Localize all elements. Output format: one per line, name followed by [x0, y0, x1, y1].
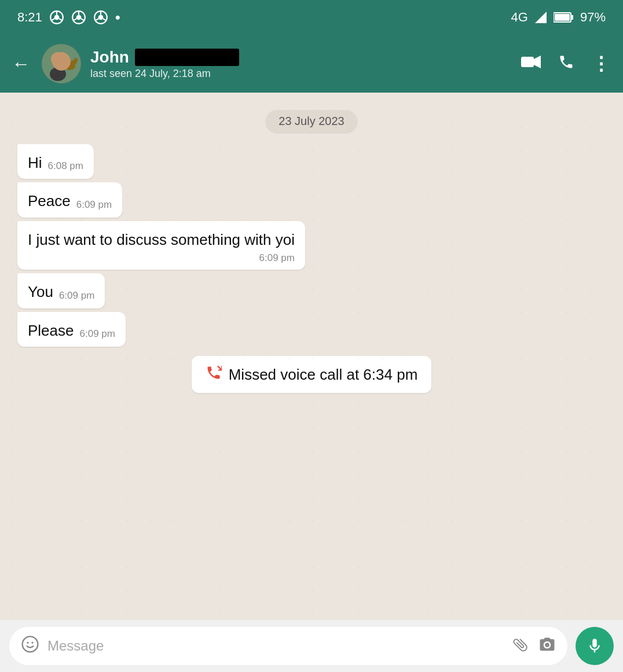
- emoji-icon: [21, 635, 39, 653]
- svg-line-14: [95, 19, 98, 20]
- message-row: You 6:09 pm: [17, 273, 606, 308]
- chrome-icon-2: [71, 10, 86, 25]
- svg-rect-25: [521, 57, 534, 67]
- video-call-button[interactable]: [521, 54, 541, 73]
- message-time: 6:09 pm: [80, 328, 115, 340]
- mic-icon: [586, 637, 603, 655]
- status-time: 8:21: [17, 10, 42, 25]
- name-redacted: [135, 49, 239, 66]
- status-right: 4G 97%: [511, 10, 606, 25]
- missed-call-text: Missed voice call at 6:34 pm: [229, 364, 418, 385]
- status-left: 8:21 •: [17, 9, 120, 27]
- camera-button[interactable]: [538, 636, 556, 656]
- message-time: 6:09 pm: [76, 199, 112, 211]
- battery-icon: [554, 12, 574, 23]
- svg-point-31: [545, 642, 549, 647]
- message-text: Hi: [28, 152, 42, 173]
- message-input-wrapper: Message: [9, 627, 567, 665]
- battery-percent: 97%: [580, 10, 606, 25]
- avatar-image: [42, 44, 81, 83]
- svg-line-3: [59, 19, 63, 20]
- missed-call-icon: [206, 365, 222, 385]
- svg-point-20: [51, 52, 65, 66]
- dot-indicator: •: [115, 9, 120, 27]
- svg-rect-17: [571, 15, 573, 20]
- svg-point-6: [76, 15, 81, 20]
- message-text: Peace: [28, 190, 71, 211]
- back-button[interactable]: ←: [12, 53, 30, 75]
- contact-info: John last seen 24 July, 2:18 am: [90, 48, 512, 80]
- missed-call-notification: Missed voice call at 6:34 pm: [17, 356, 606, 393]
- message-bubble: I just want to discuss something with yo…: [17, 221, 305, 270]
- missed-call-bubble: Missed voice call at 6:34 pm: [192, 356, 432, 393]
- svg-point-1: [54, 15, 59, 20]
- chat-area: 23 July 2023 Hi 6:08 pm Peace 6:09 pm I …: [0, 93, 623, 620]
- svg-rect-18: [555, 14, 570, 21]
- message-row: I just want to discuss something with yo…: [17, 221, 606, 270]
- date-badge: 23 July 2023: [17, 110, 606, 133]
- message-time: 6:08 pm: [48, 160, 83, 172]
- svg-marker-26: [534, 56, 541, 68]
- message-bubble: You 6:09 pm: [17, 273, 105, 308]
- message-time: 6:09 pm: [28, 252, 295, 264]
- phone-icon: [558, 54, 574, 70]
- input-bar: Message: [0, 620, 623, 672]
- message-text: I just want to discuss something with yo…: [28, 231, 295, 248]
- message-input[interactable]: Message: [47, 638, 505, 654]
- svg-line-8: [81, 19, 85, 20]
- avatar[interactable]: [42, 44, 81, 83]
- svg-point-21: [50, 67, 66, 81]
- message-text: Please: [28, 320, 74, 341]
- chrome-icon-3: [93, 10, 108, 25]
- phone-call-button[interactable]: [558, 54, 574, 74]
- message-bubble: Hi 6:08 pm: [17, 144, 94, 179]
- message-row: Please 6:09 pm: [17, 312, 606, 347]
- message-row: Hi 6:08 pm: [17, 144, 606, 179]
- message-time: 6:09 pm: [59, 290, 94, 302]
- svg-point-28: [23, 636, 38, 652]
- svg-point-11: [98, 15, 103, 20]
- signal-icon: [534, 10, 548, 24]
- status-bar: 8:21 • 4G 97%: [0, 0, 623, 35]
- network-type: 4G: [511, 10, 528, 25]
- svg-point-30: [31, 641, 33, 643]
- emoji-button[interactable]: [21, 635, 39, 658]
- svg-line-4: [51, 19, 54, 20]
- svg-point-29: [27, 641, 28, 643]
- camera-icon: [538, 636, 556, 652]
- more-options-button[interactable]: ⋮: [592, 53, 611, 75]
- message-row: Peace 6:09 pm: [17, 182, 606, 217]
- message-bubble: Please 6:09 pm: [17, 312, 126, 347]
- contact-name: John: [90, 48, 512, 67]
- svg-marker-15: [535, 12, 547, 23]
- header-icons: ⋮: [521, 53, 611, 75]
- chat-header: ← John last seen 24 July, 2:18 am: [0, 35, 623, 93]
- message-text: You: [28, 281, 53, 302]
- svg-line-13: [103, 19, 107, 20]
- attach-icon: [508, 632, 532, 656]
- mic-button[interactable]: [576, 627, 614, 665]
- chrome-icon-1: [49, 10, 64, 25]
- contact-status: last seen 24 July, 2:18 am: [90, 68, 512, 80]
- video-icon: [521, 55, 541, 69]
- svg-line-9: [73, 19, 76, 20]
- attach-button[interactable]: [508, 632, 535, 659]
- svg-point-24: [74, 58, 78, 63]
- message-bubble: Peace 6:09 pm: [17, 182, 122, 217]
